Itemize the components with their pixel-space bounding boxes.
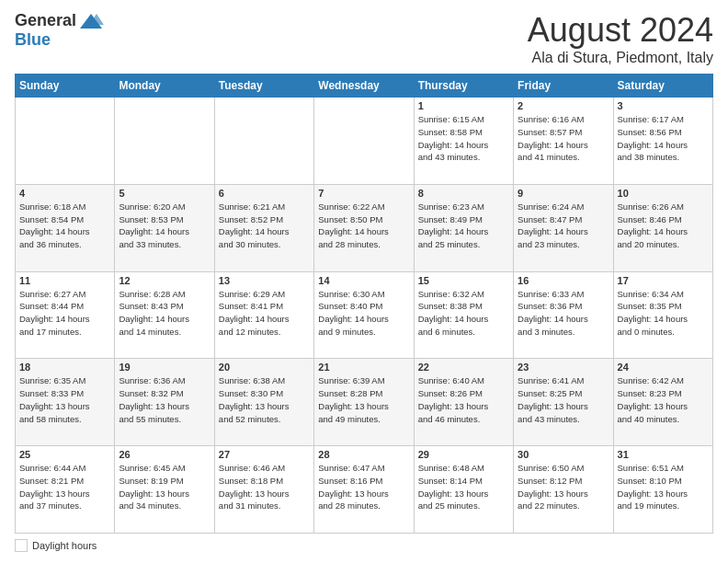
calendar-cell: 2Sunrise: 6:16 AM Sunset: 8:57 PM Daylig… <box>514 98 613 185</box>
calendar-cell: 1Sunrise: 6:15 AM Sunset: 8:58 PM Daylig… <box>414 98 513 185</box>
calendar-cell <box>115 98 214 185</box>
calendar-cell: 31Sunrise: 6:51 AM Sunset: 8:10 PM Dayli… <box>613 446 712 534</box>
calendar-body: 1Sunrise: 6:15 AM Sunset: 8:58 PM Daylig… <box>16 98 713 534</box>
calendar-cell: 26Sunrise: 6:45 AM Sunset: 8:19 PM Dayli… <box>115 446 214 534</box>
calendar-cell: 20Sunrise: 6:38 AM Sunset: 8:30 PM Dayli… <box>214 359 313 446</box>
day-number: 24 <box>618 362 709 373</box>
day-number: 14 <box>318 275 409 286</box>
logo-icon <box>78 12 104 30</box>
day-number: 19 <box>119 362 210 373</box>
month-title: August 2024 <box>528 11 713 50</box>
day-number: 2 <box>518 100 609 111</box>
day-number: 15 <box>418 275 509 286</box>
day-info: Sunrise: 6:28 AM Sunset: 8:43 PM Dayligh… <box>119 288 210 339</box>
calendar-cell: 10Sunrise: 6:26 AM Sunset: 8:46 PM Dayli… <box>613 184 712 271</box>
day-info: Sunrise: 6:27 AM Sunset: 8:44 PM Dayligh… <box>19 288 110 339</box>
calendar-cell: 13Sunrise: 6:29 AM Sunset: 8:41 PM Dayli… <box>214 271 313 359</box>
day-info: Sunrise: 6:42 AM Sunset: 8:23 PM Dayligh… <box>618 374 709 425</box>
day-number: 25 <box>19 449 110 460</box>
calendar-cell <box>16 98 115 185</box>
col-header-monday: Monday <box>115 75 214 98</box>
col-header-wednesday: Wednesday <box>314 75 414 98</box>
calendar-header: SundayMondayTuesdayWednesdayThursdayFrid… <box>16 75 713 98</box>
day-number: 6 <box>219 188 310 199</box>
day-info: Sunrise: 6:41 AM Sunset: 8:25 PM Dayligh… <box>518 374 609 425</box>
week-row-4: 18Sunrise: 6:35 AM Sunset: 8:33 PM Dayli… <box>16 359 713 446</box>
day-number: 20 <box>219 362 310 373</box>
calendar-cell: 28Sunrise: 6:47 AM Sunset: 8:16 PM Dayli… <box>314 446 414 534</box>
day-number: 23 <box>518 362 609 373</box>
day-info: Sunrise: 6:20 AM Sunset: 8:53 PM Dayligh… <box>119 201 210 251</box>
calendar-table: SundayMondayTuesdayWednesdayThursdayFrid… <box>15 74 713 534</box>
day-number: 22 <box>418 362 509 373</box>
logo-general: General <box>15 11 76 30</box>
day-number: 17 <box>618 275 709 286</box>
day-info: Sunrise: 6:51 AM Sunset: 8:10 PM Dayligh… <box>618 462 709 512</box>
day-info: Sunrise: 6:45 AM Sunset: 8:19 PM Dayligh… <box>119 462 210 512</box>
day-info: Sunrise: 6:36 AM Sunset: 8:32 PM Dayligh… <box>119 374 210 425</box>
day-info: Sunrise: 6:40 AM Sunset: 8:26 PM Dayligh… <box>418 374 509 425</box>
day-info: Sunrise: 6:33 AM Sunset: 8:36 PM Dayligh… <box>518 288 609 339</box>
day-info: Sunrise: 6:47 AM Sunset: 8:16 PM Dayligh… <box>318 462 409 512</box>
day-number: 30 <box>518 449 609 460</box>
day-info: Sunrise: 6:39 AM Sunset: 8:28 PM Dayligh… <box>318 374 409 425</box>
day-number: 16 <box>518 275 609 286</box>
calendar-cell: 12Sunrise: 6:28 AM Sunset: 8:43 PM Dayli… <box>115 271 214 359</box>
col-header-tuesday: Tuesday <box>214 75 313 98</box>
calendar-cell: 8Sunrise: 6:23 AM Sunset: 8:49 PM Daylig… <box>414 184 513 271</box>
week-row-1: 1Sunrise: 6:15 AM Sunset: 8:58 PM Daylig… <box>16 98 713 185</box>
day-number: 12 <box>119 275 210 286</box>
calendar-cell: 5Sunrise: 6:20 AM Sunset: 8:53 PM Daylig… <box>115 184 214 271</box>
calendar-cell: 15Sunrise: 6:32 AM Sunset: 8:38 PM Dayli… <box>414 271 513 359</box>
day-info: Sunrise: 6:18 AM Sunset: 8:54 PM Dayligh… <box>19 201 110 251</box>
calendar-cell: 23Sunrise: 6:41 AM Sunset: 8:25 PM Dayli… <box>514 359 613 446</box>
calendar-cell: 24Sunrise: 6:42 AM Sunset: 8:23 PM Dayli… <box>613 359 712 446</box>
col-header-friday: Friday <box>514 75 613 98</box>
day-info: Sunrise: 6:16 AM Sunset: 8:57 PM Dayligh… <box>518 113 609 164</box>
location-title: Ala di Stura, Piedmont, Italy <box>528 50 713 66</box>
calendar-cell: 9Sunrise: 6:24 AM Sunset: 8:47 PM Daylig… <box>514 184 613 271</box>
day-number: 21 <box>318 362 409 373</box>
day-info: Sunrise: 6:17 AM Sunset: 8:56 PM Dayligh… <box>618 113 709 164</box>
header-row: SundayMondayTuesdayWednesdayThursdayFrid… <box>16 75 713 98</box>
day-number: 31 <box>618 449 709 460</box>
logo: General Blue <box>15 11 104 50</box>
calendar-cell: 11Sunrise: 6:27 AM Sunset: 8:44 PM Dayli… <box>16 271 115 359</box>
day-info: Sunrise: 6:35 AM Sunset: 8:33 PM Dayligh… <box>19 374 110 425</box>
day-number: 13 <box>219 275 310 286</box>
logo-text: General <box>15 11 104 30</box>
day-info: Sunrise: 6:29 AM Sunset: 8:41 PM Dayligh… <box>219 288 310 339</box>
day-info: Sunrise: 6:32 AM Sunset: 8:38 PM Dayligh… <box>418 288 509 339</box>
day-number: 1 <box>418 100 509 111</box>
day-info: Sunrise: 6:50 AM Sunset: 8:12 PM Dayligh… <box>518 462 609 512</box>
page: General Blue August 2024 Ala di Stura, P… <box>0 0 728 563</box>
calendar-cell: 29Sunrise: 6:48 AM Sunset: 8:14 PM Dayli… <box>414 446 513 534</box>
day-number: 4 <box>19 188 110 199</box>
col-header-sunday: Sunday <box>16 75 115 98</box>
calendar-cell: 25Sunrise: 6:44 AM Sunset: 8:21 PM Dayli… <box>16 446 115 534</box>
day-number: 11 <box>19 275 110 286</box>
calendar-cell: 21Sunrise: 6:39 AM Sunset: 8:28 PM Dayli… <box>314 359 414 446</box>
calendar-cell: 30Sunrise: 6:50 AM Sunset: 8:12 PM Dayli… <box>514 446 613 534</box>
day-number: 3 <box>618 100 709 111</box>
legend-label: Daylight hours <box>32 540 97 551</box>
legend: Daylight hours <box>15 539 713 552</box>
day-number: 28 <box>318 449 409 460</box>
calendar-cell <box>314 98 414 185</box>
calendar-cell: 4Sunrise: 6:18 AM Sunset: 8:54 PM Daylig… <box>16 184 115 271</box>
day-info: Sunrise: 6:15 AM Sunset: 8:58 PM Dayligh… <box>418 113 509 164</box>
day-info: Sunrise: 6:48 AM Sunset: 8:14 PM Dayligh… <box>418 462 509 512</box>
day-info: Sunrise: 6:23 AM Sunset: 8:49 PM Dayligh… <box>418 201 509 251</box>
calendar-cell: 17Sunrise: 6:34 AM Sunset: 8:35 PM Dayli… <box>613 271 712 359</box>
calendar-cell: 16Sunrise: 6:33 AM Sunset: 8:36 PM Dayli… <box>514 271 613 359</box>
calendar-cell: 19Sunrise: 6:36 AM Sunset: 8:32 PM Dayli… <box>115 359 214 446</box>
day-number: 29 <box>418 449 509 460</box>
col-header-thursday: Thursday <box>414 75 513 98</box>
col-header-saturday: Saturday <box>613 75 712 98</box>
calendar-cell: 3Sunrise: 6:17 AM Sunset: 8:56 PM Daylig… <box>613 98 712 185</box>
week-row-3: 11Sunrise: 6:27 AM Sunset: 8:44 PM Dayli… <box>16 271 713 359</box>
week-row-5: 25Sunrise: 6:44 AM Sunset: 8:21 PM Dayli… <box>16 446 713 534</box>
day-info: Sunrise: 6:38 AM Sunset: 8:30 PM Dayligh… <box>219 374 310 425</box>
day-info: Sunrise: 6:44 AM Sunset: 8:21 PM Dayligh… <box>19 462 110 512</box>
day-info: Sunrise: 6:34 AM Sunset: 8:35 PM Dayligh… <box>618 288 709 339</box>
